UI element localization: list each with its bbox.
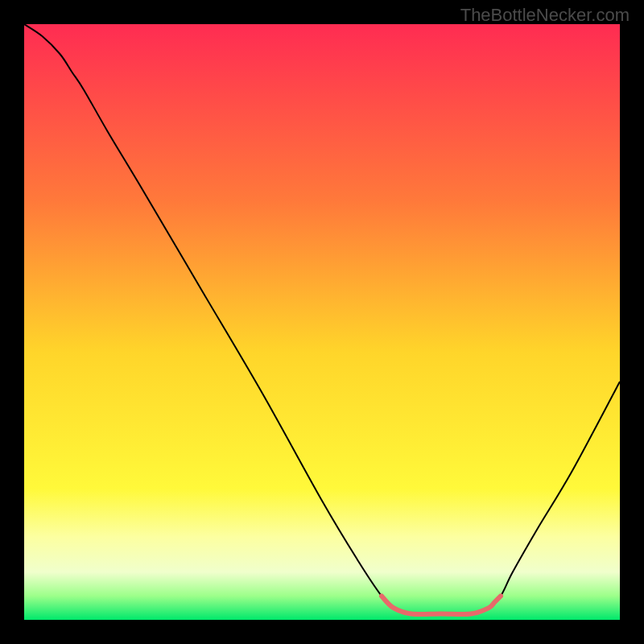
plot-area bbox=[24, 24, 620, 620]
chart-svg bbox=[24, 24, 620, 620]
watermark-text: TheBottleNecker.com bbox=[460, 5, 630, 26]
gradient-background bbox=[24, 24, 620, 620]
chart-frame: TheBottleNecker.com bbox=[0, 0, 644, 644]
